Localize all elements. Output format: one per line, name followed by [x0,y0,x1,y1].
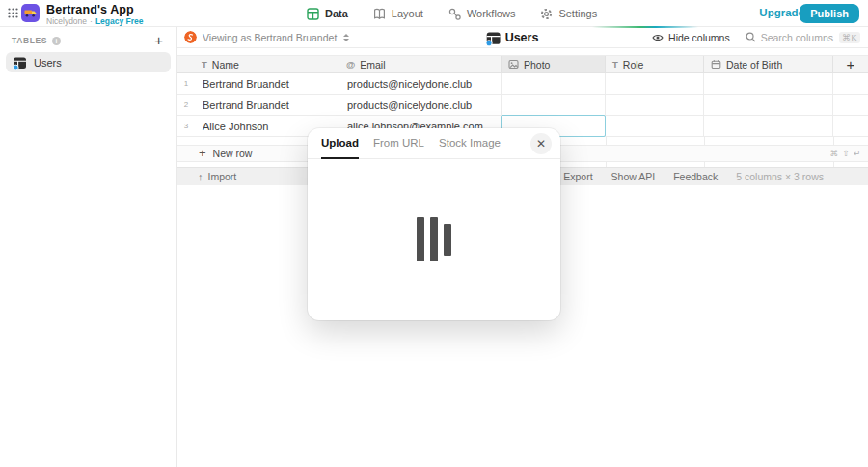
viewer-avatar [184,31,197,43]
column-header-role[interactable]: T Role [606,56,704,72]
cell-role[interactable] [606,116,704,136]
text-column-icon: T [202,59,207,69]
view-toolbar: Viewing as Bertrand Bruandet Users [177,27,868,48]
upgrade-link[interactable]: Upgrade [759,7,804,18]
gear-icon [540,8,553,20]
users-table-icon [13,56,26,69]
table-row: 1 Bertrand Bruandet products@nicelydone.… [177,73,868,95]
column-header-email[interactable]: @ Email [339,56,502,72]
column-header-email-label: Email [360,59,385,70]
users-table-icon [486,31,500,44]
table-title: Users [505,31,539,44]
main-nav-tabs: Data Layout Workflows [307,0,597,27]
tab-layout-label: Layout [392,8,423,19]
status-bar-right: Export Show API Feedback 5 columns × 3 r… [563,171,824,182]
feedback-button[interactable]: Feedback [673,171,718,182]
chevron-up-down-icon [343,34,349,41]
column-header-name[interactable]: T Name [195,56,339,72]
close-icon[interactable]: ✕ [530,133,552,154]
layout-icon [373,8,386,20]
table-header-row: T Name @ Email Photo T Role [177,55,868,73]
import-label: Import [208,171,237,182]
workflows-icon [448,8,461,20]
column-header-role-label: Role [623,59,644,70]
import-button[interactable]: ↑ Import [198,171,236,182]
image-column-icon [508,59,519,69]
column-header-photo-label: Photo [524,59,550,70]
row-number-header [177,56,195,72]
show-api-button[interactable]: Show API [611,171,656,182]
viewing-as-selector[interactable]: Viewing as Bertrand Bruandet [184,31,349,43]
active-tab-underline [592,26,698,28]
cell-role[interactable] [606,95,704,115]
cell-name[interactable]: Bertrand Bruandet [195,95,339,115]
tab-workflows[interactable]: Workflows [448,8,516,20]
column-header-name-label: Name [212,59,239,70]
cell-role[interactable] [606,73,704,94]
cell-dob[interactable] [704,116,833,136]
sidebar-item-users-label: Users [34,57,62,69]
email-column-icon: @ [346,59,355,69]
tab-settings[interactable]: Settings [540,8,597,20]
hide-columns-label: Hide columns [668,32,730,43]
toolbar-right-group: Hide columns Search columns ⌘K [652,32,860,43]
table-row: 2 Bertrand Bruandet products@nicelydone.… [177,95,868,116]
search-placeholder: Search columns [761,32,833,43]
row-number: 3 [177,116,195,136]
tables-section-header: TABLES i + [0,27,176,50]
add-table-button[interactable]: + [152,36,165,45]
row-end-spacer [833,95,868,115]
export-button[interactable]: Export [563,171,592,182]
cell-email[interactable]: products@nicelydone.club [339,73,502,94]
app-switcher-icon[interactable] [8,8,18,18]
app-title: Bertrand's App [46,3,134,16]
data-table-icon [307,8,319,20]
add-column-button[interactable]: + [833,56,868,72]
column-header-photo[interactable]: Photo [502,56,606,72]
sidebar: TABLES i + Users NICELYDONE [0,27,177,467]
hide-columns-button[interactable]: Hide columns [652,32,730,43]
modal-tab-upload[interactable]: Upload [321,128,359,159]
publish-button[interactable]: Publish [800,4,859,23]
column-header-dob-label: Date of Birth [726,59,782,70]
eye-icon [652,32,664,43]
loading-bars-icon [417,217,451,261]
text-column-icon: T [612,59,618,69]
tab-data-label: Data [325,8,348,19]
cell-photo[interactable] [502,73,606,94]
subtitle-separator: · [90,16,93,26]
cell-dob[interactable] [704,73,833,94]
sidebar-item-users[interactable]: Users [6,52,171,72]
image-upload-modal: Upload From URL Stock Image ✕ [308,128,560,320]
row-end-spacer [833,73,868,94]
row-number: 2 [177,95,195,115]
top-bar: Bertrand's App Nicelydone · Legacy Free … [0,0,868,27]
app-subtitle: Nicelydone · Legacy Free [46,16,144,26]
search-columns-input[interactable]: Search columns [746,32,833,43]
search-shortcut-badge: ⌘K [839,32,860,43]
org-name: Nicelydone [46,16,87,26]
row-number: 1 [177,73,195,94]
cell-name[interactable]: Bertrand Bruandet [195,73,339,94]
column-header-dob[interactable]: Date of Birth [704,56,833,72]
plus-icon: + [199,149,206,158]
table-title-group: Users [486,27,539,48]
modal-tab-bar: Upload From URL Stock Image ✕ [308,128,560,159]
plan-badge[interactable]: Legacy Free [95,16,144,26]
modal-tab-from-url[interactable]: From URL [373,128,424,159]
cell-photo[interactable] [502,95,606,115]
modal-tab-stock-image[interactable]: Stock Image [439,128,501,159]
tables-help-icon[interactable]: i [52,37,61,45]
tab-layout[interactable]: Layout [373,8,423,20]
app-logo-truck-icon[interactable] [21,4,40,22]
row-end-spacer [833,116,868,136]
new-row-shortcut: ⌘ ⇧ ↵ [830,149,861,158]
tab-settings-label: Settings [558,8,597,19]
date-column-icon [711,59,721,69]
new-row-label: New row [213,148,253,159]
tab-data[interactable]: Data [307,8,348,20]
upload-arrow-icon: ↑ [198,171,203,182]
cell-dob[interactable] [704,95,833,115]
cell-email[interactable]: products@nicelydone.club [339,95,502,115]
table-size-summary: 5 columns × 3 rows [736,171,824,182]
